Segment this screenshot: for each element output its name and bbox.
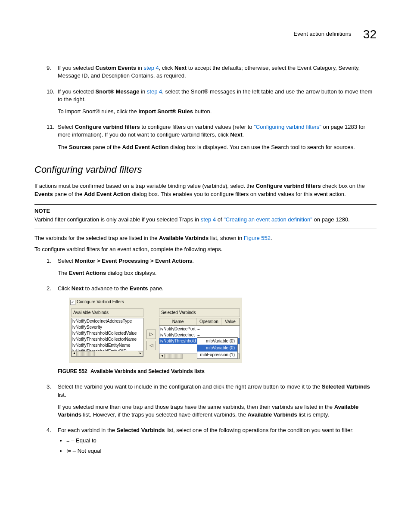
- available-varbinds-list[interactable]: ivNotifyDeviceInetAddressTypeivNotifySev…: [71, 318, 143, 357]
- step-10: 10. If you selected Snort® Message in st…: [47, 88, 377, 116]
- header-title: Event action definitions: [294, 31, 352, 37]
- available-varbinds-label: Available Varbinds: [71, 308, 143, 317]
- table-row[interactable]: ivNotifyDevicePort=: [159, 326, 240, 332]
- link-configuring-varbind-filters[interactable]: "Configuring varbind filters": [254, 124, 321, 130]
- step-4: 4. For each varbind in the Selected Varb…: [47, 426, 377, 455]
- link-creating-event-action[interactable]: "Creating an event action definition": [224, 216, 312, 223]
- selected-varbinds-label: Selected Varbinds: [159, 308, 240, 317]
- step-11: 11. Select Configure varbind filters to …: [47, 123, 377, 151]
- list-item[interactable]: ivNotifyDeviceInetAddressType: [72, 318, 143, 324]
- step-3: 3. Select the varbind you want to includ…: [47, 383, 377, 419]
- section-heading: Configuring varbind filters: [34, 163, 377, 177]
- link-step4[interactable]: step 4: [147, 88, 162, 95]
- list-item: = – Equal to: [66, 437, 377, 445]
- horizontal-scrollbar[interactable]: ◂ ▸: [72, 351, 143, 356]
- intro-paragraph: If actions must be confirmed based on a …: [34, 182, 377, 198]
- list-item[interactable]: ivNotifySeverity: [72, 324, 143, 330]
- paragraph-steps: To configure varbind filters for an even…: [34, 246, 377, 253]
- paragraph-available-varbinds: The varbinds for the selected trap are l…: [34, 234, 377, 242]
- move-right-button[interactable]: ▷: [146, 330, 156, 339]
- step-list-c: 3. Select the varbind you want to includ…: [47, 383, 377, 455]
- scroll-left-icon[interactable]: ◂: [159, 354, 165, 359]
- link-step4[interactable]: step 4: [201, 216, 216, 223]
- step-1: 1. Select Monitor > Event Processing > E…: [47, 257, 377, 277]
- scroll-thumb[interactable]: [165, 354, 183, 359]
- configure-varbind-checkbox[interactable]: ✓Configure Varbind Filters: [69, 298, 242, 306]
- header-page-number: 32: [363, 28, 377, 41]
- link-figure-552[interactable]: Figure 552: [244, 235, 271, 241]
- move-left-button[interactable]: ◁: [146, 341, 156, 350]
- list-item[interactable]: ivNotifyThreshholdCollectedValue: [72, 330, 143, 336]
- note-label: NOTE: [34, 207, 377, 215]
- step-9: 9. If you selected Custom Events in step…: [47, 64, 377, 80]
- selected-table-header: Name Operation Value: [159, 318, 240, 326]
- figure-552-ui: ✓Configure Varbind Filters Available Var…: [69, 298, 242, 363]
- value-dropdown-menu[interactable]: mibVariable (0)mibVariable (0)mibExpress…: [197, 337, 238, 359]
- note-block: NOTE Varbind filter configuration is onl…: [34, 204, 377, 228]
- figure-caption: FIGURE 552 Available Varbinds and Select…: [58, 367, 377, 375]
- page-header: Event action definitions 32: [34, 26, 377, 43]
- scroll-right-icon[interactable]: ▸: [138, 351, 143, 356]
- selected-varbinds-table[interactable]: ivNotifyDevicePort=ivNotifyDeviceInet=iv…: [159, 326, 240, 359]
- list-item: != – Not equal: [66, 447, 377, 455]
- link-step4[interactable]: step 4: [143, 65, 159, 71]
- scroll-left-icon[interactable]: ◂: [72, 351, 77, 356]
- step-list-a: 9. If you selected Custom Events in step…: [47, 64, 377, 151]
- list-item[interactable]: ivNotifyThreshholdEntityName: [72, 342, 143, 348]
- dropdown-option[interactable]: mibVariable (0): [197, 345, 237, 352]
- scroll-thumb[interactable]: [77, 351, 95, 356]
- checkbox-icon: ✓: [70, 300, 75, 305]
- step-list-b: 1. Select Monitor > Event Processing > E…: [47, 257, 377, 376]
- dropdown-option[interactable]: mibExpression (1): [197, 352, 237, 358]
- operation-bullets: = – Equal to != – Not equal: [66, 437, 377, 455]
- list-item[interactable]: ivNotifyThreshholdCollectorName: [72, 336, 143, 342]
- dropdown-option[interactable]: mibVariable (0): [197, 338, 237, 345]
- step-2: 2. Click Next to advance to the Events p…: [47, 285, 377, 375]
